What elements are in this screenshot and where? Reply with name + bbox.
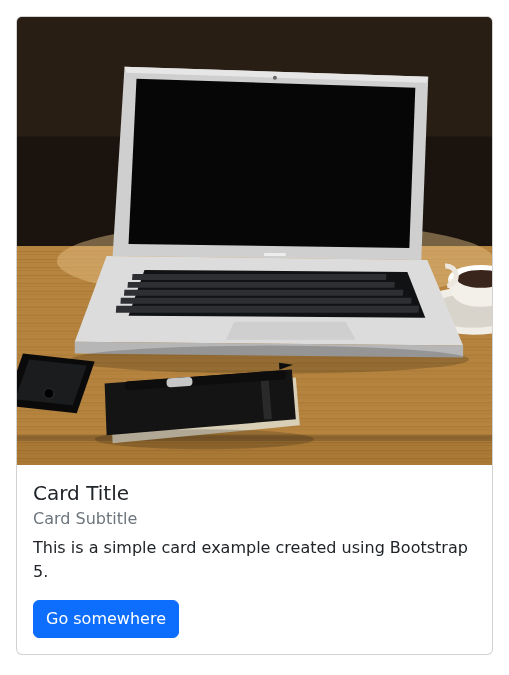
svg-rect-25 xyxy=(116,306,419,313)
svg-marker-26 xyxy=(226,322,355,340)
svg-rect-28 xyxy=(264,253,286,256)
card: Card Title Card Subtitle This is a simpl… xyxy=(16,16,493,655)
card-title: Card Title xyxy=(33,481,476,505)
card-image xyxy=(17,17,492,465)
svg-rect-21 xyxy=(132,274,386,280)
svg-rect-24 xyxy=(120,298,411,304)
svg-point-17 xyxy=(273,76,277,80)
svg-point-31 xyxy=(44,388,54,398)
card-body: Card Title Card Subtitle This is a simpl… xyxy=(17,465,492,654)
svg-rect-36 xyxy=(166,377,192,388)
svg-point-27 xyxy=(71,346,469,374)
card-subtitle: Card Subtitle xyxy=(33,509,476,528)
go-somewhere-button[interactable]: Go somewhere xyxy=(33,600,179,638)
svg-point-38 xyxy=(95,429,314,449)
card-text: This is a simple card example created us… xyxy=(33,536,476,584)
svg-marker-16 xyxy=(129,79,416,248)
svg-rect-22 xyxy=(128,282,395,288)
svg-rect-23 xyxy=(124,290,403,296)
